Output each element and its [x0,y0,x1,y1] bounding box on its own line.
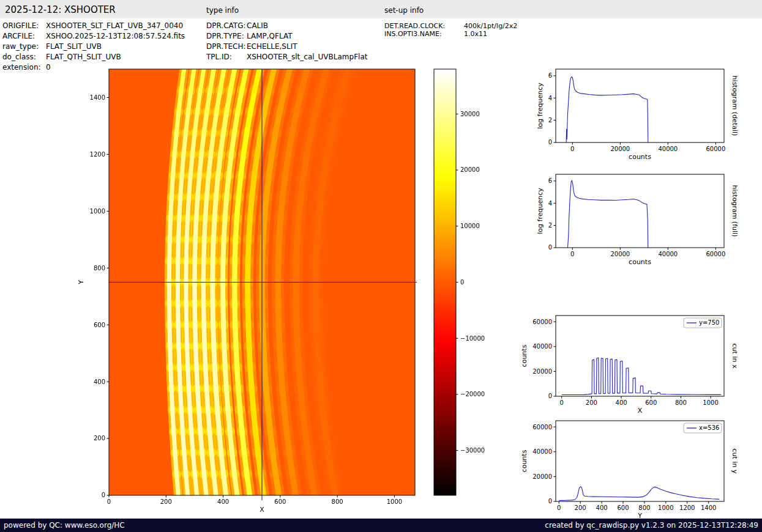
metadata-value: CALIB [247,21,268,30]
svg-text:x=536: x=536 [699,424,719,431]
svg-text:600: 600 [94,322,105,328]
cut-in-y-plot: 0200400600800100012001400020000400006000… [556,421,724,501]
setup-info-block: DET.READ.CLOCK:400k/1pt/lg/2x2 INS.OPTI3… [384,22,517,38]
metadata-row: TPL.ID:XSHOOTER_slt_cal_UVBLampFlat [206,52,367,62]
metadata-value: FLAT_QTH_SLIT_UVB [46,53,121,61]
svg-text:0: 0 [570,146,574,152]
svg-text:200: 200 [575,504,586,511]
svg-text:800: 800 [94,265,105,272]
metadata-label: do_class: [2,52,46,62]
qc-rawdisp-report: 2025-12-12: XSHOOTER type info set-up in… [0,0,762,532]
svg-text:cut in y: cut in y [731,449,739,474]
svg-text:0: 0 [548,498,552,504]
svg-text:600: 600 [645,399,657,406]
svg-text:800: 800 [332,498,343,505]
svg-text:−20000: −20000 [460,391,485,397]
metadata-row: INS.OPTI3.NAME:1.0x11 [384,30,517,38]
svg-text:40000: 40000 [532,343,552,350]
svg-text:0: 0 [560,399,564,406]
colorbar: 3000020000100000−10000−20000−30000 [434,69,456,495]
metadata-label: ORIGFILE: [2,21,46,31]
svg-text:X: X [260,506,264,514]
type-info-heading: type info [206,6,239,15]
footer-right-text: created by qc_rawdisp.py v1.2.3 on 2025-… [545,521,758,530]
svg-text:log frequency: log frequency [536,83,544,129]
metadata-value: XSHOOTER_slt_cal_UVBLampFlat [247,53,367,61]
metadata-value: 0 [46,63,51,72]
svg-text:counts: counts [629,153,651,161]
svg-text:1400: 1400 [701,504,716,511]
svg-text:800: 800 [638,504,650,511]
svg-text:counts: counts [520,449,528,472]
svg-text:10000: 10000 [460,223,480,229]
metadata-label: DET.READ.CLOCK: [384,22,464,30]
file-metadata-block: ORIGFILE:XSHOOTER_SLT_FLAT_UVB_347_0040 … [2,21,185,73]
type-info-block: DPR.CATG:CALIB DPR.TYPE:LAMP,QFLAT DPR.T… [206,21,367,62]
svg-text:cut in x: cut in x [731,344,739,369]
svg-text:Y: Y [77,280,85,285]
metadata-value: ECHELLE,SLIT [247,42,297,51]
header-bar: 2025-12-12: XSHOOTER type info set-up in… [0,0,762,18]
svg-text:1000: 1000 [387,498,402,505]
svg-text:counts: counts [629,258,651,266]
metadata-value: XSHOOTER_SLT_FLAT_UVB_347_0040 [46,21,183,30]
svg-text:histogram (full): histogram (full) [731,185,739,237]
svg-text:1200: 1200 [679,504,695,511]
svg-text:200: 200 [160,498,172,505]
svg-text:counts: counts [520,344,528,367]
svg-text:40000: 40000 [532,448,552,455]
metadata-value: LAMP,QFLAT [247,32,293,40]
metadata-value: FLAT_SLIT_UVB [46,42,102,51]
svg-text:60000: 60000 [706,251,725,257]
svg-text:0: 0 [102,492,105,498]
svg-text:20000: 20000 [460,166,480,173]
svg-text:6: 6 [548,72,552,79]
svg-text:0: 0 [570,251,574,257]
raw-image-heatmap: 0200400600800100002004006008001000120014… [109,69,415,495]
svg-text:600: 600 [617,504,629,511]
metadata-row: DPR.TECH:ECHELLE,SLIT [206,42,367,52]
svg-text:1000: 1000 [703,399,718,406]
metadata-row: DET.READ.CLOCK:400k/1pt/lg/2x2 [384,22,517,30]
page-title: 2025-12-12: XSHOOTER [5,4,116,15]
svg-text:60000: 60000 [706,146,725,152]
svg-text:2: 2 [548,117,552,124]
svg-text:400: 400 [217,498,229,505]
svg-text:1000: 1000 [90,208,105,215]
svg-text:0: 0 [557,504,561,511]
histogram-full-plot: 02000040000600000246countslog frequencyh… [556,174,724,248]
svg-text:2: 2 [548,222,552,229]
svg-text:200: 200 [94,435,105,441]
metadata-row: DPR.TYPE:LAMP,QFLAT [206,31,367,42]
metadata-label: DPR.CATG: [206,21,247,31]
setup-info-heading: set-up info [384,6,424,15]
histogram-detail-plot: 02000040000600000246countslog frequencyh… [556,69,724,142]
svg-text:800: 800 [675,399,687,406]
svg-text:6: 6 [548,177,552,184]
metadata-label: raw_type: [2,42,46,52]
metadata-value: XSHOO.2025-12-13T12:08:57.524.fits [46,32,185,40]
svg-text:log frequency: log frequency [536,188,544,234]
svg-text:200: 200 [586,399,597,406]
svg-text:30000: 30000 [460,111,480,117]
svg-text:0: 0 [548,393,552,399]
svg-text:40000: 40000 [658,146,678,152]
metadata-value: 1.0x11 [464,30,487,38]
svg-text:0: 0 [460,279,464,286]
cut-in-x-plot: 020040060080010000200004000060000Xcounts… [556,316,724,396]
svg-text:0: 0 [548,139,552,146]
svg-text:1000: 1000 [658,504,673,511]
svg-text:4: 4 [548,200,552,207]
metadata-label: DPR.TYPE: [206,31,247,42]
metadata-row: do_class:FLAT_QTH_SLIT_UVB [2,52,185,62]
svg-text:0: 0 [548,244,552,251]
svg-text:y=750: y=750 [699,319,719,326]
svg-text:−30000: −30000 [460,447,485,454]
metadata-row: DPR.CATG:CALIB [206,21,367,31]
svg-text:20000: 20000 [532,473,552,480]
svg-text:600: 600 [274,498,286,505]
metadata-row: ORIGFILE:XSHOOTER_SLT_FLAT_UVB_347_0040 [2,21,185,31]
footer-bar: powered by QC: www.eso.org/HC created by… [0,519,762,532]
svg-text:20000: 20000 [532,368,552,375]
metadata-label: DPR.TECH: [206,42,247,52]
